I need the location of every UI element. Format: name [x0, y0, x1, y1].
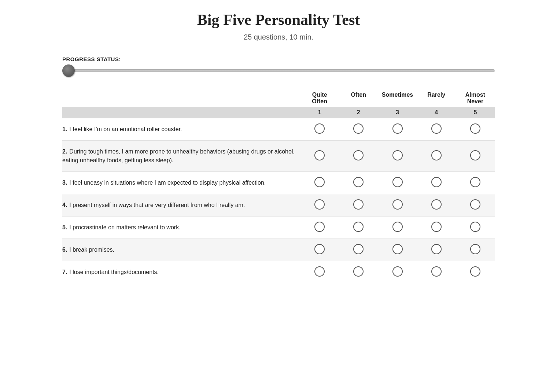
radio-cell[interactable]	[378, 141, 417, 172]
col4-header: Rarely	[417, 89, 456, 107]
radio-cell[interactable]	[456, 261, 495, 284]
radio-cell[interactable]	[339, 217, 378, 239]
radio-cell[interactable]	[378, 239, 417, 261]
questions-body: 1.I feel like I'm on an emotional roller…	[62, 118, 495, 284]
question-text: I break promises.	[69, 247, 114, 253]
table-row: 2.During tough times, I am more prone to…	[62, 141, 495, 172]
radio-q3-option4[interactable]	[431, 177, 442, 187]
radio-cell[interactable]	[456, 118, 495, 141]
radio-cell[interactable]	[378, 217, 417, 239]
radio-q7-option1[interactable]	[314, 266, 325, 277]
page-subtitle: 25 questions, 10 min.	[62, 33, 495, 41]
radio-cell[interactable]	[456, 194, 495, 217]
col3-line1: Sometimes	[382, 92, 413, 98]
question-text: During tough times, I am more prone to u…	[62, 148, 295, 163]
question-number: 1.	[62, 126, 67, 132]
radio-q4-option4[interactable]	[431, 199, 442, 210]
radio-q6-option2[interactable]	[353, 244, 364, 254]
question-text: I present myself in ways that are very d…	[69, 202, 245, 208]
radio-cell[interactable]	[339, 118, 378, 141]
radio-q2-option4[interactable]	[431, 150, 442, 160]
col2-header: Often	[339, 89, 378, 107]
radio-cell[interactable]	[339, 239, 378, 261]
radio-cell[interactable]	[417, 141, 456, 172]
radio-cell[interactable]	[378, 172, 417, 194]
radio-cell[interactable]	[417, 239, 456, 261]
radio-q3-option3[interactable]	[392, 177, 403, 187]
radio-q3-option1[interactable]	[314, 177, 325, 187]
radio-cell[interactable]	[417, 172, 456, 194]
radio-cell[interactable]	[339, 261, 378, 284]
col5-line1: Almost	[465, 92, 485, 98]
radio-cell[interactable]	[417, 194, 456, 217]
progress-bar-container[interactable]	[62, 67, 495, 75]
radio-q2-option3[interactable]	[392, 150, 403, 160]
radio-cell[interactable]	[378, 194, 417, 217]
radio-cell[interactable]	[417, 261, 456, 284]
radio-cell[interactable]	[300, 239, 339, 261]
radio-q3-option2[interactable]	[353, 177, 364, 187]
radio-q3-option5[interactable]	[470, 177, 480, 187]
radio-cell[interactable]	[456, 217, 495, 239]
radio-q1-option2[interactable]	[353, 123, 364, 134]
radio-cell[interactable]	[300, 172, 339, 194]
radio-q5-option3[interactable]	[392, 222, 403, 232]
radio-cell[interactable]	[456, 141, 495, 172]
radio-q7-option5[interactable]	[470, 266, 480, 277]
radio-q5-option4[interactable]	[431, 222, 442, 232]
table-row: 4.I present myself in ways that are very…	[62, 194, 495, 217]
radio-q4-option2[interactable]	[353, 199, 364, 210]
radio-q4-option5[interactable]	[470, 199, 480, 210]
radio-q1-option1[interactable]	[314, 123, 325, 134]
col1-header: Quite Often	[300, 89, 339, 107]
radio-cell[interactable]	[339, 194, 378, 217]
question-number: 2.	[62, 148, 67, 155]
radio-cell[interactable]	[300, 118, 339, 141]
radio-q7-option4[interactable]	[431, 266, 442, 277]
col4-line2	[435, 98, 437, 105]
radio-q2-option2[interactable]	[353, 150, 364, 160]
radio-cell[interactable]	[300, 261, 339, 284]
radio-q2-option1[interactable]	[314, 150, 325, 160]
radio-q4-option1[interactable]	[314, 199, 325, 210]
radio-cell[interactable]	[339, 141, 378, 172]
radio-q1-option4[interactable]	[431, 123, 442, 134]
radio-cell[interactable]	[378, 118, 417, 141]
radio-q6-option1[interactable]	[314, 244, 325, 254]
radio-q5-option2[interactable]	[353, 222, 364, 232]
radio-cell[interactable]	[300, 194, 339, 217]
radio-cell[interactable]	[417, 217, 456, 239]
radio-cell[interactable]	[339, 172, 378, 194]
question-cell: 4.I present myself in ways that are very…	[62, 194, 300, 217]
radio-q4-option3[interactable]	[392, 199, 403, 210]
progress-thumb	[62, 64, 75, 77]
radio-q6-option4[interactable]	[431, 244, 442, 254]
radio-q7-option2[interactable]	[353, 266, 364, 277]
radio-cell[interactable]	[456, 172, 495, 194]
radio-q1-option5[interactable]	[470, 123, 480, 134]
radio-q1-option3[interactable]	[392, 123, 403, 134]
question-number: 7.	[62, 269, 67, 275]
table-section: Quite Often Often Sometimes	[62, 89, 495, 283]
radio-cell[interactable]	[378, 261, 417, 284]
question-text: I feel uneasy in situations where I am e…	[69, 180, 266, 186]
question-number: 3.	[62, 180, 67, 186]
question-cell: 6.I break promises.	[62, 239, 300, 261]
radio-cell[interactable]	[417, 118, 456, 141]
radio-q6-option3[interactable]	[392, 244, 403, 254]
radio-q5-option1[interactable]	[314, 222, 325, 232]
radio-cell[interactable]	[300, 217, 339, 239]
table-row: 5.I procrastinate on matters relevant to…	[62, 217, 495, 239]
table-row: 6.I break promises.	[62, 239, 495, 261]
num1: 1	[300, 107, 339, 118]
radio-cell[interactable]	[456, 239, 495, 261]
radio-q5-option5[interactable]	[470, 222, 480, 232]
radio-cell[interactable]	[300, 141, 339, 172]
num3: 3	[378, 107, 417, 118]
question-text: I feel like I'm on an emotional roller c…	[69, 126, 182, 132]
radio-q7-option3[interactable]	[392, 266, 403, 277]
radio-q2-option5[interactable]	[470, 150, 480, 160]
progress-section: PROGRESS STATUS:	[62, 56, 495, 75]
col5-header: Almost Never	[456, 89, 495, 107]
radio-q6-option5[interactable]	[470, 244, 480, 254]
